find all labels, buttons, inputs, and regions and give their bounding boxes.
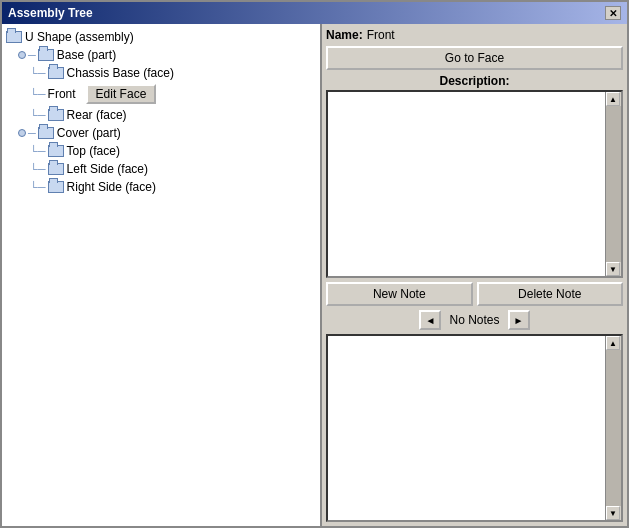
tree-item-chassis-base[interactable]: └─ Chassis Base (face) xyxy=(30,64,316,82)
assembly-tree-panel: U Shape (assembly) ─ Base (part) └─ Chas… xyxy=(2,24,322,526)
name-label: Name: xyxy=(326,28,363,42)
go-to-face-button[interactable]: Go to Face xyxy=(326,46,623,70)
tree-label-front: Front xyxy=(48,87,76,101)
tree-label-right-side: Right Side (face) xyxy=(67,180,156,194)
window-title: Assembly Tree xyxy=(8,6,93,20)
note-textarea[interactable] xyxy=(328,336,605,520)
close-button[interactable]: ✕ xyxy=(605,6,621,20)
connector-icon: └─ xyxy=(30,109,46,121)
note-scroll-track xyxy=(606,350,621,506)
tree-item-base[interactable]: ─ Base (part) xyxy=(18,46,316,64)
folder-icon xyxy=(6,31,22,43)
folder-icon xyxy=(48,67,64,79)
folder-icon xyxy=(48,163,64,175)
notes-nav: ◄ No Notes ► xyxy=(326,310,623,330)
tree-item-rear[interactable]: └─ Rear (face) xyxy=(30,106,316,124)
folder-icon xyxy=(38,127,54,139)
tree-item-right-side[interactable]: └─ Right Side (face) xyxy=(30,178,316,196)
tree-label-left-side: Left Side (face) xyxy=(67,162,148,176)
description-textarea[interactable] xyxy=(328,92,605,276)
content-area: U Shape (assembly) ─ Base (part) └─ Chas… xyxy=(2,24,627,526)
folder-icon xyxy=(48,145,64,157)
edit-face-button[interactable]: Edit Face xyxy=(86,84,157,104)
tree-root-label: U Shape (assembly) xyxy=(25,30,134,44)
scroll-track xyxy=(606,106,621,262)
expand-icon xyxy=(18,51,26,59)
connector-icon: └─ xyxy=(30,88,46,100)
description-scrollbar[interactable]: ▲ ▼ xyxy=(605,92,621,276)
expand-icon xyxy=(18,129,26,137)
tree-label-base: Base (part) xyxy=(57,48,116,62)
prev-note-button[interactable]: ◄ xyxy=(419,310,441,330)
tree-item-cover[interactable]: ─ Cover (part) xyxy=(18,124,316,142)
detail-panel: Name: Front Go to Face Description: ▲ ▼ … xyxy=(322,24,627,526)
connector-icon: ─ xyxy=(28,127,36,139)
folder-icon xyxy=(48,109,64,121)
note-content-area: ▲ ▼ xyxy=(326,334,623,522)
tree-item-top[interactable]: └─ Top (face) xyxy=(30,142,316,160)
notes-controls: New Note Delete Note xyxy=(326,282,623,306)
note-scrollbar[interactable]: ▲ ▼ xyxy=(605,336,621,520)
description-label: Description: xyxy=(326,74,623,88)
new-note-button[interactable]: New Note xyxy=(326,282,473,306)
note-scroll-down-button[interactable]: ▼ xyxy=(606,506,620,520)
folder-icon xyxy=(38,49,54,61)
note-scroll-up-button[interactable]: ▲ xyxy=(606,336,620,350)
tree-label-top: Top (face) xyxy=(67,144,120,158)
description-area: ▲ ▼ xyxy=(326,90,623,278)
tree-root[interactable]: U Shape (assembly) xyxy=(6,28,316,46)
connector-icon: └─ xyxy=(30,181,46,193)
no-notes-label: No Notes xyxy=(445,313,503,327)
scroll-down-button[interactable]: ▼ xyxy=(606,262,620,276)
title-bar: Assembly Tree ✕ xyxy=(2,2,627,24)
connector-icon: └─ xyxy=(30,163,46,175)
main-window: Assembly Tree ✕ U Shape (assembly) ─ Bas… xyxy=(0,0,629,528)
next-note-button[interactable]: ► xyxy=(508,310,530,330)
name-row: Name: Front xyxy=(326,28,623,42)
connector-icon: └─ xyxy=(30,145,46,157)
folder-icon xyxy=(48,181,64,193)
scroll-up-button[interactable]: ▲ xyxy=(606,92,620,106)
connector-icon: └─ xyxy=(30,67,46,79)
tree-label-rear: Rear (face) xyxy=(67,108,127,122)
tree-item-left-side[interactable]: └─ Left Side (face) xyxy=(30,160,316,178)
tree-label-cover: Cover (part) xyxy=(57,126,121,140)
delete-note-button[interactable]: Delete Note xyxy=(477,282,624,306)
tree-item-front[interactable]: └─ Front Edit Face xyxy=(30,82,316,106)
tree-label-chassis-base: Chassis Base (face) xyxy=(67,66,174,80)
name-value: Front xyxy=(367,28,395,42)
connector-icon: ─ xyxy=(28,49,36,61)
